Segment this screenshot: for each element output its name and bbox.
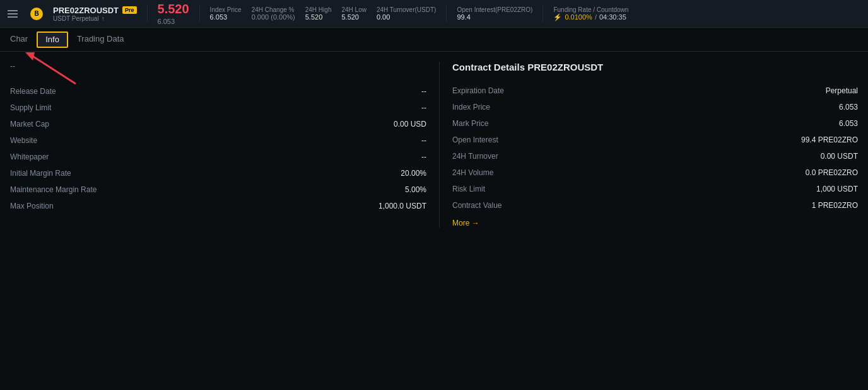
funding-group: Funding Rate / Countdown ⚡ 0.0100% / 04:… bbox=[553, 6, 628, 21]
hamburger-menu[interactable] bbox=[5, 8, 20, 20]
contract-value-value: 1 PRE02ZRO bbox=[655, 197, 859, 214]
initial-margin-label: Initial Margin Rate bbox=[10, 165, 124, 181]
market-cap-value: 0.00 USD bbox=[124, 116, 426, 132]
maintenance-margin-label: Maintenance Margin Rate bbox=[10, 181, 124, 198]
coin-symbol: PRE02ZROUSDT bbox=[53, 6, 119, 15]
separator4 bbox=[542, 5, 543, 23]
volume-value: 0.0 PRE02ZRO bbox=[655, 164, 859, 181]
table-row: Whitepaper -- bbox=[10, 149, 426, 165]
separator3 bbox=[446, 5, 447, 23]
index-price-label: Index Price bbox=[452, 99, 655, 115]
release-date-label: Release Date bbox=[10, 83, 124, 100]
price-main: 5.520 bbox=[158, 2, 189, 16]
separator bbox=[147, 5, 148, 23]
stat-open-interest: Open Interest(PRE02ZRO) 99.4 bbox=[457, 6, 532, 21]
coin-icon: B bbox=[30, 8, 43, 20]
index-price-value: 6.053 bbox=[655, 99, 859, 115]
table-row: Release Date -- bbox=[10, 83, 426, 100]
expiration-label: Expiration Date bbox=[452, 83, 655, 99]
contract-value-label: Contract Value bbox=[452, 197, 655, 214]
price-block: 5.520 6.053 bbox=[158, 2, 189, 25]
dash-value: -- bbox=[10, 62, 426, 71]
turnover-value: 0.00 USDT bbox=[655, 148, 859, 164]
countdown: 04:30:35 bbox=[599, 13, 626, 21]
maintenance-margin-value: 5.00% bbox=[124, 181, 426, 198]
stat-index-price: Index Price 6.053 bbox=[210, 6, 242, 21]
turnover-label: 24H Turnover bbox=[452, 148, 655, 164]
coin-info: PRE02ZROUSDT Pre USDT Perpetual ↑ bbox=[53, 6, 137, 22]
table-row: Max Position 1,000.0 USDT bbox=[10, 198, 426, 214]
table-row: Website -- bbox=[10, 132, 426, 149]
market-cap-label: Market Cap bbox=[10, 116, 124, 132]
whitepaper-value: -- bbox=[124, 149, 426, 165]
table-row: 24H Volume 0.0 PRE02ZRO bbox=[452, 164, 858, 181]
stat-24h-high: 24H High 5.520 bbox=[305, 6, 332, 21]
pre-badge: Pre bbox=[122, 6, 137, 14]
table-row: Market Cap 0.00 USD bbox=[10, 116, 426, 132]
tab-chart[interactable]: Char bbox=[3, 28, 35, 52]
right-panel: Contract Details PRE02ZROUSDT Expiration… bbox=[439, 62, 858, 227]
contract-title: Contract Details PRE02ZROUSDT bbox=[452, 62, 858, 72]
main-content: -- Release Date -- Supply Limit -- Marke… bbox=[0, 52, 868, 238]
more-link[interactable]: More → bbox=[452, 219, 479, 227]
supply-limit-label: Supply Limit bbox=[10, 100, 124, 116]
separator2 bbox=[199, 5, 200, 23]
table-row: Initial Margin Rate 20.00% bbox=[10, 165, 426, 181]
lightning-icon: ⚡ bbox=[553, 13, 562, 21]
left-panel: -- Release Date -- Supply Limit -- Marke… bbox=[10, 62, 439, 227]
open-interest-value: 99.4 PRE02ZRO bbox=[655, 132, 859, 148]
info-table: Release Date -- Supply Limit -- Market C… bbox=[10, 83, 426, 214]
table-row: Mark Price 6.053 bbox=[452, 115, 858, 132]
top-bar: B PRE02ZROUSDT Pre USDT Perpetual ↑ 5.52… bbox=[0, 0, 868, 28]
whitepaper-label: Whitepaper bbox=[10, 149, 124, 165]
table-row: Index Price 6.053 bbox=[452, 99, 858, 115]
supply-limit-value: -- bbox=[124, 100, 426, 116]
stat-24h-turnover: 24H Turnover(USDT) 0.00 bbox=[377, 6, 436, 21]
table-row: 24H Turnover 0.00 USDT bbox=[452, 148, 858, 164]
volume-label: 24H Volume bbox=[452, 164, 655, 181]
mark-price-value: 6.053 bbox=[655, 115, 859, 132]
website-label: Website bbox=[10, 132, 124, 149]
tab-info[interactable]: Info bbox=[37, 32, 68, 48]
risk-limit-label: Risk Limit bbox=[452, 181, 655, 197]
stat-24h-low: 24H Low 5.520 bbox=[341, 6, 366, 21]
expiration-value: Perpetual bbox=[655, 83, 859, 99]
table-row: Expiration Date Perpetual bbox=[452, 83, 858, 99]
table-row: Supply Limit -- bbox=[10, 100, 426, 116]
max-position-value: 1,000.0 USDT bbox=[124, 198, 426, 214]
table-row: Contract Value 1 PRE02ZRO bbox=[452, 197, 858, 214]
table-row: Risk Limit 1,000 USDT bbox=[452, 181, 858, 197]
table-row: Maintenance Margin Rate 5.00% bbox=[10, 181, 426, 198]
mark-price-label: Mark Price bbox=[452, 115, 655, 132]
tab-bar: Char Info Trading Data bbox=[0, 28, 868, 52]
stat-24h-change: 24H Change % 0.000 (0.00%) bbox=[252, 6, 295, 21]
funding-rate: 0.0100% bbox=[565, 13, 592, 21]
initial-margin-value: 20.00% bbox=[124, 165, 426, 181]
release-date-value: -- bbox=[124, 83, 426, 100]
website-value: -- bbox=[124, 132, 426, 149]
tab-trading-data[interactable]: Trading Data bbox=[69, 28, 132, 52]
contract-table: Expiration Date Perpetual Index Price 6.… bbox=[452, 83, 858, 214]
coin-subtitle: USDT Perpetual ↑ bbox=[53, 15, 137, 22]
open-interest-label: Open Interest bbox=[452, 132, 655, 148]
price-sub: 6.053 bbox=[158, 18, 189, 25]
table-row: Open Interest 99.4 PRE02ZRO bbox=[452, 132, 858, 148]
risk-limit-value: 1,000 USDT bbox=[655, 181, 859, 197]
max-position-label: Max Position bbox=[10, 198, 124, 214]
